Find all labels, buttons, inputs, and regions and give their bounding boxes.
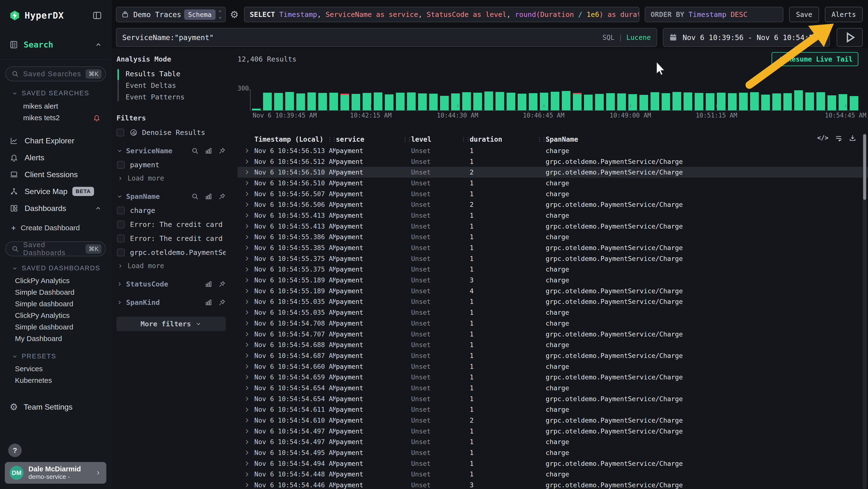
table-row[interactable]: Nov 6 10:54:56.510 AMpaymentUnset2grpc.o… <box>238 167 868 178</box>
filter-value-checkbox[interactable] <box>117 235 125 242</box>
table-row[interactable]: Nov 6 10:54:54.495 AMpaymentUnset1charge <box>238 447 868 458</box>
row-expand-chevron[interactable] <box>238 384 254 392</box>
pin-icon[interactable] <box>218 281 226 288</box>
histogram-bar[interactable] <box>473 93 482 110</box>
load-more-button[interactable]: Load more <box>117 174 226 182</box>
table-row[interactable]: Nov 6 10:54:55.189 AMpaymentUnset3charge <box>238 275 868 286</box>
histogram-bar[interactable] <box>584 95 593 110</box>
row-expand-chevron[interactable] <box>238 363 254 370</box>
histogram-bar[interactable] <box>485 91 493 110</box>
histogram-bar[interactable] <box>628 94 637 110</box>
row-expand-chevron[interactable] <box>238 190 254 198</box>
row-expand-chevron[interactable] <box>238 169 254 176</box>
histogram-bar[interactable] <box>816 92 825 110</box>
table-row[interactable]: Nov 6 10:54:56.507 AMpaymentUnset1charge <box>238 189 868 199</box>
histogram-bar[interactable] <box>684 92 692 110</box>
histogram-bar[interactable] <box>374 92 382 110</box>
row-expand-chevron[interactable] <box>238 330 254 338</box>
table-row[interactable]: Nov 6 10:54:54.660 AMpaymentUnset1charge <box>238 361 868 372</box>
table-row[interactable]: Nov 6 10:54:55.375 AMpaymentUnset1charge <box>238 264 868 275</box>
histogram-bar[interactable] <box>418 93 427 110</box>
resume-live-tail-button[interactable]: Resume Live Tail <box>772 52 858 66</box>
histogram-bar[interactable] <box>540 93 549 110</box>
histogram-bar[interactable] <box>518 94 526 110</box>
histogram-bar[interactable] <box>728 93 737 110</box>
filter-value-row[interactable]: charge <box>117 206 226 214</box>
saved-search-item[interactable]: mikes tets2 <box>0 112 111 123</box>
histogram-bar[interactable] <box>285 92 294 110</box>
histogram-bar[interactable] <box>551 92 559 110</box>
order-by-editor[interactable]: ORDER BY Timestamp DESC <box>645 7 783 22</box>
filter-value-row[interactable]: Error: The credit card … <box>117 234 226 242</box>
row-expand-chevron[interactable] <box>238 406 254 413</box>
table-row[interactable]: Nov 6 10:54:55.386 AMpaymentUnset1charge <box>238 232 868 242</box>
help-button[interactable]: ? <box>8 443 22 457</box>
vertical-scrollbar[interactable] <box>863 133 867 489</box>
preset-dashboard-item[interactable]: Kubernetes <box>0 375 111 386</box>
filter-section-servicename[interactable]: ServiceName <box>117 147 226 155</box>
column-header-service[interactable]: ⋮⋮service <box>336 136 411 143</box>
row-expand-chevron[interactable] <box>238 147 254 154</box>
table-row[interactable]: Nov 6 10:54:54.654 AMpaymentUnset1charge <box>238 382 868 394</box>
row-expand-chevron[interactable] <box>238 352 254 359</box>
histogram-bar[interactable] <box>440 96 449 110</box>
histogram-bar[interactable] <box>451 93 460 110</box>
row-expand-chevron[interactable] <box>238 212 254 219</box>
view-source-code-icon[interactable]: </> <box>817 134 829 142</box>
histogram-bar[interactable] <box>750 92 759 110</box>
chart-icon[interactable] <box>205 147 212 154</box>
row-expand-chevron[interactable] <box>238 255 254 262</box>
histogram-bar[interactable] <box>706 93 714 110</box>
download-icon[interactable] <box>849 134 857 142</box>
filter-value-checkbox[interactable] <box>117 207 125 214</box>
row-expand-chevron[interactable] <box>238 341 254 348</box>
histogram-bar[interactable] <box>385 94 394 110</box>
histogram-bar[interactable] <box>783 93 792 110</box>
table-row[interactable]: Nov 6 10:54:54.446 AMpaymentUnset3grpc.o… <box>238 480 868 489</box>
chart-icon[interactable] <box>205 281 212 288</box>
row-expand-chevron[interactable] <box>238 395 254 403</box>
row-expand-chevron[interactable] <box>238 201 254 208</box>
row-expand-chevron[interactable] <box>238 481 254 489</box>
row-expand-chevron[interactable] <box>238 460 254 467</box>
analysis-mode-tab-results-table[interactable]: Results Table <box>117 68 226 80</box>
sidebar-item-dashboards[interactable]: Dashboards <box>0 200 111 217</box>
filter-value-row[interactable]: payment <box>117 161 226 169</box>
table-row[interactable]: Nov 6 10:54:55.413 AMpaymentUnset1grpc.o… <box>238 221 868 232</box>
table-row[interactable]: Nov 6 10:54:54.497 AMpaymentUnset1charge <box>238 437 868 448</box>
histogram-bar[interactable] <box>407 92 416 110</box>
table-row[interactable]: Nov 6 10:54:54.654 AMpaymentUnset1grpc.o… <box>238 394 868 404</box>
analysis-mode-tab-event-deltas[interactable]: Event Deltas <box>117 80 226 91</box>
histogram-bar[interactable] <box>828 95 836 110</box>
histogram-bar[interactable] <box>506 93 515 110</box>
saved-searches-section-header[interactable]: SAVED SEARCHES <box>11 90 111 97</box>
row-expand-chevron[interactable] <box>238 438 254 446</box>
table-row[interactable]: Nov 6 10:54:55.385 AMpaymentUnset1grpc.o… <box>238 242 868 253</box>
filter-section-statuscode[interactable]: StatusCode <box>117 280 226 288</box>
filter-value-checkbox[interactable] <box>117 249 125 256</box>
row-expand-chevron[interactable] <box>238 223 254 230</box>
row-expand-chevron[interactable] <box>238 298 254 306</box>
histogram-bar[interactable] <box>296 93 305 110</box>
date-range-picker[interactable]: Nov 6 10:39:56 - Nov 6 10:54:56 <box>663 28 830 47</box>
table-row[interactable]: Nov 6 10:54:55.035 AMpaymentUnset1charge <box>238 307 868 318</box>
table-row[interactable]: Nov 6 10:54:54.610 AMpaymentUnset2grpc.o… <box>238 415 868 426</box>
load-more-button[interactable]: Load more <box>117 262 226 270</box>
search-query-input[interactable]: ServiceName:"payment" SQL | Lucene <box>116 28 657 47</box>
pin-icon[interactable] <box>218 147 226 154</box>
alerts-button[interactable]: Alerts <box>825 7 863 22</box>
column-header-timestamp-local-[interactable]: Timestamp (Local) <box>254 136 336 143</box>
filter-value-checkbox[interactable] <box>117 161 125 169</box>
saved-dashboard-item[interactable]: Simple dashboard <box>0 298 111 310</box>
histogram-bar[interactable] <box>274 93 283 110</box>
histogram-bar[interactable] <box>462 92 471 110</box>
row-expand-chevron[interactable] <box>238 416 254 424</box>
histogram-bar[interactable] <box>495 92 504 110</box>
team-settings-item[interactable]: ⚙ Team Settings <box>10 402 111 412</box>
filter-section-spankind[interactable]: SpanKind <box>117 298 226 307</box>
histogram-bar[interactable] <box>695 93 703 110</box>
histogram-bar[interactable] <box>595 94 604 110</box>
saved-dashboard-item[interactable]: Simple Dashboard <box>0 287 111 298</box>
histogram-bar[interactable] <box>429 94 438 110</box>
more-filters-button[interactable]: More filters <box>117 317 226 331</box>
